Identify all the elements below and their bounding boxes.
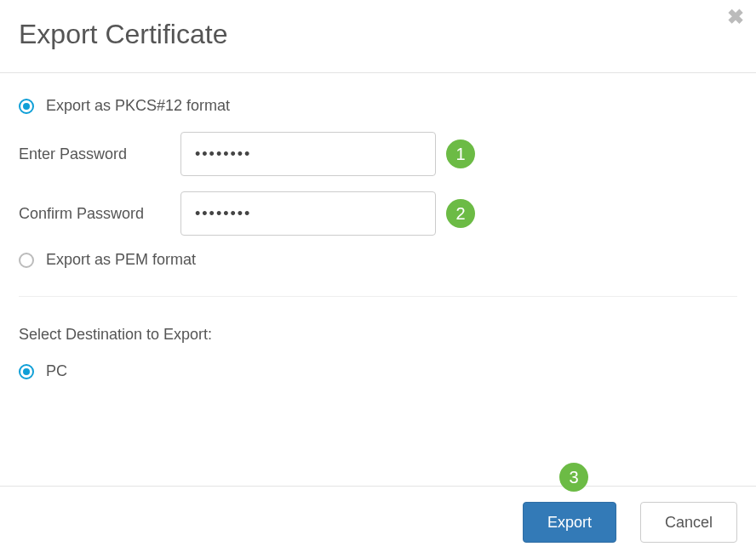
- dialog-body: Export as PKCS#12 format Enter Password …: [0, 73, 756, 380]
- cancel-button[interactable]: Cancel: [640, 502, 737, 543]
- enter-password-row: Enter Password 1: [19, 132, 737, 176]
- radio-label: PC: [46, 362, 67, 380]
- radio-icon: [19, 253, 34, 268]
- dialog-footer: Export Cancel: [0, 486, 756, 558]
- radio-label: Export as PEM format: [46, 251, 196, 269]
- confirm-password-input[interactable]: [180, 191, 436, 236]
- dialog-header: Export Certificate: [0, 0, 756, 73]
- page-title: Export Certificate: [19, 19, 737, 50]
- export-button[interactable]: Export: [523, 502, 616, 543]
- export-certificate-dialog: ✖ Export Certificate Export as PKCS#12 f…: [0, 0, 756, 558]
- radio-icon: [19, 364, 34, 379]
- confirm-password-label: Confirm Password: [19, 205, 180, 223]
- callout-2: 2: [446, 199, 475, 228]
- radio-pkcs12[interactable]: Export as PKCS#12 format: [19, 97, 737, 115]
- radio-label: Export as PKCS#12 format: [46, 97, 230, 115]
- callout-1: 1: [446, 140, 475, 168]
- confirm-password-row: Confirm Password 2: [19, 191, 737, 236]
- callout-3: 3: [559, 463, 588, 492]
- radio-pem[interactable]: Export as PEM format: [19, 251, 737, 269]
- close-icon[interactable]: ✖: [727, 7, 744, 27]
- destination-section-label: Select Destination to Export:: [19, 326, 737, 344]
- radio-icon: [19, 99, 34, 114]
- divider: [19, 296, 737, 297]
- enter-password-input[interactable]: [180, 132, 436, 176]
- radio-destination-pc[interactable]: PC: [19, 362, 737, 380]
- enter-password-label: Enter Password: [19, 145, 180, 163]
